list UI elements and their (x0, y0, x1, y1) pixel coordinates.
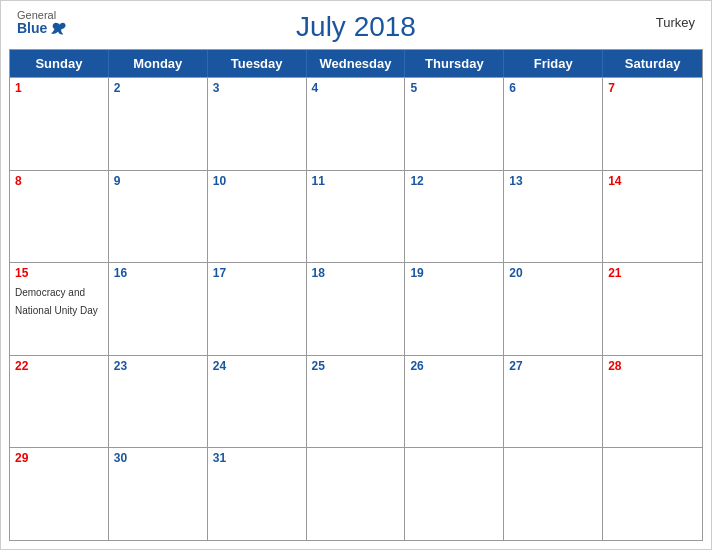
day-number-empty: 0 (509, 451, 597, 465)
day-number: 14 (608, 174, 697, 188)
day-number: 26 (410, 359, 498, 373)
week-row-4: 22232425262728 (10, 355, 702, 448)
day-number: 5 (410, 81, 498, 95)
day-number: 27 (509, 359, 597, 373)
day-number: 11 (312, 174, 400, 188)
day-number: 28 (608, 359, 697, 373)
day-number: 30 (114, 451, 202, 465)
day-header-saturday: Saturday (603, 50, 702, 77)
day-number: 21 (608, 266, 697, 280)
week-row-3: 15Democracy and National Unity Day161718… (10, 262, 702, 355)
day-number: 24 (213, 359, 301, 373)
day-number: 9 (114, 174, 202, 188)
day-cell-22: 22 (10, 356, 109, 448)
day-header-wednesday: Wednesday (307, 50, 406, 77)
day-cell-empty: 0 (603, 448, 702, 540)
day-cell-empty: 0 (405, 448, 504, 540)
day-cell-17: 17 (208, 263, 307, 355)
day-cell-23: 23 (109, 356, 208, 448)
week-row-2: 891011121314 (10, 170, 702, 263)
day-cell-14: 14 (603, 171, 702, 263)
calendar-header: General Blue July 2018 Turkey (1, 1, 711, 49)
day-number: 20 (509, 266, 597, 280)
day-number: 8 (15, 174, 103, 188)
day-cell-4: 4 (307, 78, 406, 170)
day-number: 15 (15, 266, 103, 280)
day-cell-16: 16 (109, 263, 208, 355)
day-number: 6 (509, 81, 597, 95)
day-number: 18 (312, 266, 400, 280)
logo-blue-text: Blue (17, 21, 67, 36)
day-number-empty: 0 (312, 451, 400, 465)
day-number: 1 (15, 81, 103, 95)
day-header-sunday: Sunday (10, 50, 109, 77)
day-number: 25 (312, 359, 400, 373)
day-cell-20: 20 (504, 263, 603, 355)
day-cell-13: 13 (504, 171, 603, 263)
day-cell-19: 19 (405, 263, 504, 355)
day-number: 4 (312, 81, 400, 95)
day-cell-2: 2 (109, 78, 208, 170)
day-number: 16 (114, 266, 202, 280)
day-number: 2 (114, 81, 202, 95)
day-cell-1: 1 (10, 78, 109, 170)
day-number-empty: 0 (410, 451, 498, 465)
day-number: 23 (114, 359, 202, 373)
holiday-text: Democracy and National Unity Day (15, 287, 98, 316)
day-cell-10: 10 (208, 171, 307, 263)
day-number: 12 (410, 174, 498, 188)
day-cell-18: 18 (307, 263, 406, 355)
calendar-container: General Blue July 2018 Turkey SundayMond… (0, 0, 712, 550)
calendar-grid: SundayMondayTuesdayWednesdayThursdayFrid… (9, 49, 703, 541)
day-cell-9: 9 (109, 171, 208, 263)
day-number: 10 (213, 174, 301, 188)
weeks-container: 123456789101112131415Democracy and Natio… (10, 77, 702, 540)
day-cell-empty: 0 (307, 448, 406, 540)
day-number: 31 (213, 451, 301, 465)
week-row-5: 2930310000 (10, 447, 702, 540)
day-cell-27: 27 (504, 356, 603, 448)
day-number: 29 (15, 451, 103, 465)
day-cell-5: 5 (405, 78, 504, 170)
logo-bird-icon (49, 22, 67, 36)
day-cell-28: 28 (603, 356, 702, 448)
day-header-thursday: Thursday (405, 50, 504, 77)
day-number-empty: 0 (608, 451, 697, 465)
country-label: Turkey (656, 15, 695, 30)
day-cell-12: 12 (405, 171, 504, 263)
day-number: 19 (410, 266, 498, 280)
day-header-tuesday: Tuesday (208, 50, 307, 77)
day-number: 7 (608, 81, 697, 95)
day-cell-30: 30 (109, 448, 208, 540)
day-cell-25: 25 (307, 356, 406, 448)
logo: General Blue (17, 9, 67, 36)
day-cell-15: 15Democracy and National Unity Day (10, 263, 109, 355)
day-header-friday: Friday (504, 50, 603, 77)
day-number: 17 (213, 266, 301, 280)
day-number: 3 (213, 81, 301, 95)
day-cell-11: 11 (307, 171, 406, 263)
day-cell-31: 31 (208, 448, 307, 540)
day-header-monday: Monday (109, 50, 208, 77)
day-number: 22 (15, 359, 103, 373)
day-headers: SundayMondayTuesdayWednesdayThursdayFrid… (10, 50, 702, 77)
day-cell-6: 6 (504, 78, 603, 170)
day-cell-29: 29 (10, 448, 109, 540)
day-cell-26: 26 (405, 356, 504, 448)
day-cell-7: 7 (603, 78, 702, 170)
day-cell-3: 3 (208, 78, 307, 170)
week-row-1: 1234567 (10, 77, 702, 170)
day-cell-21: 21 (603, 263, 702, 355)
day-cell-24: 24 (208, 356, 307, 448)
day-number: 13 (509, 174, 597, 188)
day-cell-empty: 0 (504, 448, 603, 540)
month-title: July 2018 (296, 11, 416, 43)
day-cell-8: 8 (10, 171, 109, 263)
